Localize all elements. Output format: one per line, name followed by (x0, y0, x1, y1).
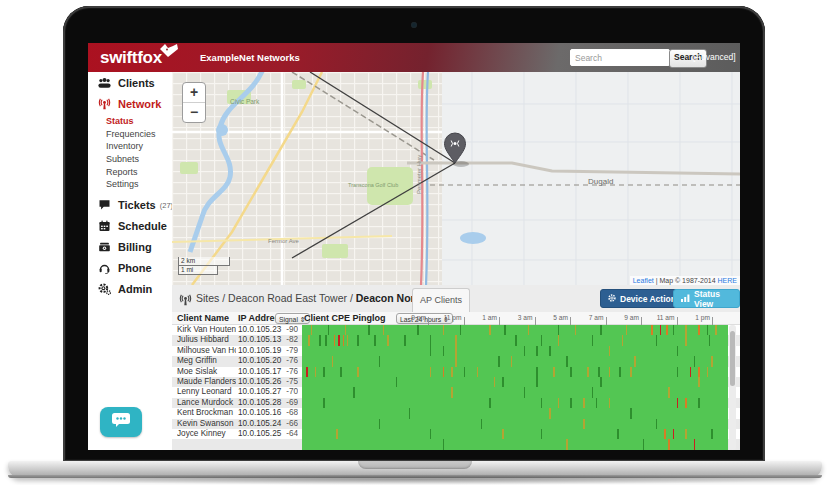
sidebar-item-schedule[interactable]: Schedule (88, 216, 172, 237)
pinglog-event (619, 367, 621, 377)
pinglog-cell (302, 367, 728, 377)
here-link[interactable]: HERE (718, 277, 737, 284)
pinglog-cell (302, 335, 728, 345)
advanced-search-link[interactable]: [Advanced] (693, 43, 736, 72)
pinglog-event (707, 325, 709, 335)
sidebar-item-tickets[interactable]: Tickets(27) (88, 195, 172, 216)
app-logo[interactable]: swiftfox (100, 43, 162, 72)
pinglog-event (443, 367, 445, 377)
client-signal: -69 (272, 398, 298, 408)
status-view-button[interactable]: Status View (673, 289, 740, 308)
pinglog-cell (302, 387, 728, 397)
pinglog-event (357, 367, 359, 377)
tab-ap-clients[interactable]: AP Clients (412, 288, 470, 312)
time-tick (499, 317, 500, 325)
pinglog-event (660, 325, 662, 335)
pinglog-event (498, 356, 500, 366)
table-row[interactable]: Maude Flanders10.0.105.26-75 (172, 377, 740, 387)
pinglog-event (323, 367, 325, 377)
schedule-icon (98, 220, 111, 232)
sidebar-item-reports[interactable]: Reports (106, 165, 172, 178)
pinglog-event (549, 408, 551, 418)
table-row[interactable]: Kent Brockman10.0.105.16-68 (172, 408, 740, 418)
pinglog-event (677, 346, 679, 356)
laptop-bezel: swiftfox ExampleNet Networks Search [Adv… (63, 6, 765, 462)
time-tick (606, 317, 607, 325)
client-name: Meg Griffin (177, 356, 236, 366)
pinglog-event (617, 429, 619, 439)
sidebar-item-admin[interactable]: Admin (88, 279, 172, 300)
pinglog-event (536, 367, 538, 377)
time-tick (428, 317, 429, 325)
admin-icon (98, 283, 111, 295)
breadcrumb-prefix: Sites / Deacon Road East Tower / (196, 292, 356, 304)
pinglog-cell (302, 377, 728, 387)
pinglog-event (570, 398, 572, 408)
col-pinglog: Client CPE Pinglog (304, 312, 386, 325)
time-tick (570, 317, 571, 325)
sidebar-item-network[interactable]: Network (88, 93, 172, 114)
client-table: Kirk Van Houten10.0.105.23-90Julius Hibb… (172, 325, 740, 450)
pinglog-cell (302, 325, 728, 335)
client-signal: -70 (272, 387, 298, 397)
scrollbar-thumb[interactable] (730, 331, 735, 386)
pinglog-event (626, 325, 628, 335)
sidebar-item-subnets[interactable]: Subnets (106, 153, 172, 166)
table-header-row: Client Name IP Address Signal ⇕ Client C… (172, 312, 740, 325)
pinglog-event (587, 367, 589, 377)
live-chat-button[interactable] (100, 407, 142, 437)
sidebar-item-phone[interactable]: Phone (88, 258, 172, 279)
pinglog-event (558, 398, 560, 408)
sidebar-item-status[interactable]: Status (106, 115, 172, 128)
sidebar-item-inventory[interactable]: Inventory (106, 140, 172, 153)
pinglog-event (345, 325, 347, 335)
pinglog-event (417, 325, 419, 335)
pinglog-event (553, 367, 555, 377)
table-row[interactable]: Milhouse Van Ho...10.0.105.19-79 (172, 346, 740, 356)
table-row[interactable]: Julius Hibbard10.0.105.13-82 (172, 335, 740, 345)
pinglog-event (430, 346, 432, 356)
table-row[interactable]: Kevin Swanson10.0.105.24-66 (172, 419, 740, 429)
map-attribution: Leaflet | Map © 1987-2014 HERE (630, 276, 740, 285)
pinglog-event (694, 439, 696, 449)
client-name: Kirk Van Houten (177, 325, 236, 335)
sidebar-item-clients[interactable]: Clients (88, 72, 172, 93)
pinglog-event (685, 429, 687, 439)
pinglog-event (609, 346, 611, 356)
pinglog-event (430, 335, 432, 345)
sidebar-item-settings[interactable]: Settings (106, 178, 172, 191)
pinglog-event (308, 335, 310, 345)
pinglog-event (528, 325, 530, 335)
pinglog-event (596, 398, 598, 408)
pinglog-event (685, 335, 687, 345)
table-row[interactable]: Kirk Van Houten10.0.105.23-90 (172, 325, 740, 335)
pinglog-event (328, 325, 330, 335)
sidebar-item-billing[interactable]: Billing (88, 237, 172, 258)
pinglog-event (379, 356, 381, 366)
sidebar-item-frequencies[interactable]: Frequencies (106, 128, 172, 141)
leaflet-link[interactable]: Leaflet (633, 277, 654, 284)
sidebar-item-label: Schedule (118, 220, 167, 232)
pinglog-event (315, 367, 317, 377)
sidebar-network-submenu: StatusFrequenciesInventorySubnetsReports… (88, 114, 172, 195)
client-signal: -66 (272, 419, 298, 429)
table-row[interactable]: Moe Sislak10.0.105.17-76 (172, 367, 740, 377)
pinglog-event (651, 325, 653, 335)
chat-bubble-icon (111, 412, 131, 432)
pinglog-event (387, 335, 389, 345)
pinglog-event (353, 387, 355, 397)
network-map[interactable]: + − 2 km 1 mi Leaflet | Map © 1987-2 (172, 72, 740, 285)
zoom-in-button[interactable]: + (183, 83, 205, 102)
pinglog-event (698, 325, 700, 335)
zoom-out-button[interactable]: − (183, 102, 205, 122)
table-row[interactable]: Joyce Kinney10.0.105.25-64 (172, 429, 740, 439)
map-scale-control: 2 km 1 mi (178, 257, 230, 275)
table-row[interactable]: Meg Griffin10.0.105.20-76 (172, 356, 740, 366)
search-input[interactable] (570, 49, 670, 66)
pinglog-event (558, 335, 560, 345)
time-tick (677, 317, 678, 325)
table-row[interactable] (172, 439, 740, 449)
client-signal: -90 (272, 325, 298, 335)
table-row[interactable]: Lenny Leonard10.0.105.27-70 (172, 387, 740, 397)
table-row[interactable]: Lance Murdock10.0.105.28-69 (172, 398, 740, 408)
